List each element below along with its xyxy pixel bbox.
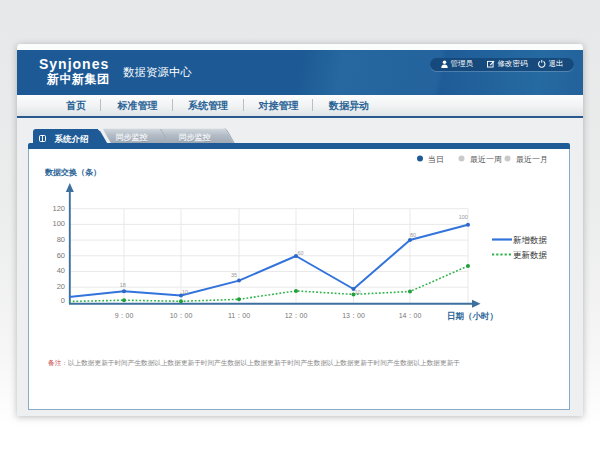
svg-text:数据交换（条）: 数据交换（条） bbox=[44, 168, 101, 177]
svg-text:更新数据: 更新数据 bbox=[513, 250, 548, 260]
svg-text:80: 80 bbox=[57, 235, 65, 244]
svg-text:20: 20 bbox=[57, 282, 65, 291]
svg-text:60: 60 bbox=[57, 251, 65, 260]
svg-text:9：00: 9：00 bbox=[115, 312, 134, 319]
svg-text:10：00: 10：00 bbox=[170, 312, 193, 319]
svg-text:当日: 当日 bbox=[428, 155, 444, 164]
svg-text:40: 40 bbox=[57, 266, 65, 275]
svg-text:14：00: 14：00 bbox=[399, 312, 422, 319]
svg-text:最近一周: 最近一周 bbox=[470, 155, 502, 164]
svg-text:新增数据: 新增数据 bbox=[513, 235, 548, 245]
svg-text:11：00: 11：00 bbox=[228, 312, 250, 319]
svg-text:最近一月: 最近一月 bbox=[516, 155, 548, 164]
svg-text:100: 100 bbox=[52, 219, 65, 228]
svg-text:100: 100 bbox=[459, 214, 468, 220]
svg-text:80: 80 bbox=[410, 232, 416, 238]
svg-text:60: 60 bbox=[298, 250, 304, 256]
svg-text:日期（小时）: 日期（小时） bbox=[447, 311, 498, 321]
svg-text:35: 35 bbox=[231, 272, 237, 278]
svg-text:18: 18 bbox=[120, 282, 126, 288]
svg-text:0: 0 bbox=[61, 296, 65, 305]
svg-text:10: 10 bbox=[355, 289, 361, 295]
svg-text:12：00: 12：00 bbox=[285, 312, 308, 319]
svg-text:13：00: 13：00 bbox=[342, 312, 365, 319]
svg-text:120: 120 bbox=[52, 204, 65, 213]
svg-text:10: 10 bbox=[182, 289, 188, 295]
